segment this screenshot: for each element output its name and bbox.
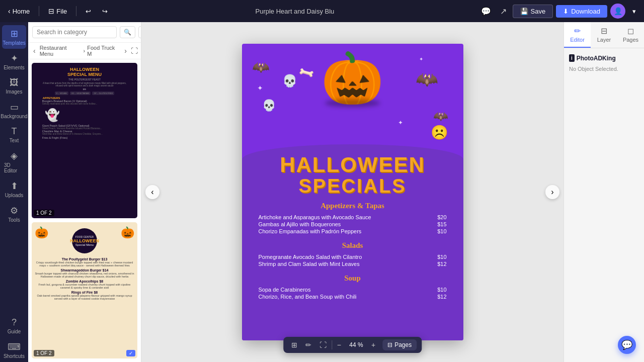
guide-icon: ?	[12, 317, 17, 328]
screen-button[interactable]: ⛶	[316, 339, 330, 350]
pages-button[interactable]: ⊟ Pages	[382, 339, 417, 350]
save-button[interactable]: 💾 Save	[513, 5, 553, 18]
chat-fab-button[interactable]: 💬	[618, 336, 636, 354]
sidebar-label-guide: Guide	[8, 329, 21, 334]
zoom-in-button[interactable]: +	[368, 339, 378, 350]
ghost-face-icon: ☹️	[431, 124, 448, 141]
template-card-1[interactable]: HALLOWEEN SPECIAL MENU THE POLTERGEIST F…	[31, 62, 138, 219]
home-label: Home	[13, 8, 30, 15]
panel-search-area: 🔍 ☰	[28, 22, 141, 43]
chevron-down-icon: ▾	[632, 8, 636, 15]
sidebar-label-text: Text	[10, 138, 19, 143]
sidebar-label-uploads: Uploads	[5, 193, 24, 198]
tab-pages[interactable]: ◻ Pages	[617, 22, 644, 48]
template-selected-badge: ✓	[126, 350, 135, 356]
sidebar-label-elements: Elements	[4, 65, 25, 70]
item-price: $12	[437, 294, 446, 300]
comment-button[interactable]: 💬	[478, 5, 494, 18]
salads-items: Pomegranate Avocado Salad with Cilantro …	[259, 253, 447, 268]
search-button[interactable]: 🔍	[120, 26, 135, 38]
pages-tab-icon: ◻	[619, 26, 642, 36]
sidebar-item-3d-editor[interactable]: ◈ 3D Editor	[2, 147, 26, 176]
sidebar-item-text[interactable]: T Text	[2, 123, 26, 146]
bat-right-icon: 🦇	[416, 69, 438, 90]
sidebar-item-background[interactable]: ▭ Background	[2, 99, 26, 122]
canvas-next-button[interactable]: ›	[545, 185, 559, 199]
breadcrumb: Restaurant Menu › Food Truck M	[40, 45, 121, 57]
bone-icon: 🦴	[297, 64, 315, 82]
section-title-salads: Salads	[342, 241, 363, 250]
file-button[interactable]: ⊟ File	[44, 5, 71, 17]
search-input[interactable]	[32, 26, 117, 38]
text-icon: T	[12, 126, 17, 137]
template-page-label-2: 1 OF 2	[34, 350, 54, 356]
canvas-document[interactable]: 🦇 🦴 💀 ✦ ✦ ✦ ✦ ✦ 🎃 🦇 🦇 💀 ☹️ HALLOWEE	[242, 44, 463, 340]
skull-icon: 💀	[282, 74, 297, 88]
tab-editor[interactable]: ✏ Editor	[564, 22, 591, 48]
grid-view-button[interactable]: ⊞	[288, 339, 300, 350]
home-button[interactable]: ‹ Home	[4, 5, 34, 17]
no-object-text: No Object Selected.	[569, 66, 639, 72]
pages-icon: ⊟	[387, 341, 392, 348]
sidebar-item-guide[interactable]: ? Guide	[2, 314, 26, 337]
top-bar-right: 💬 ↗ 💾 Save ⬇ Download 👤 ▾	[478, 4, 640, 19]
menu-row: Chorizo, Rice, and Bean Soup with Chili …	[259, 294, 447, 300]
edit-tool-button[interactable]: ✏	[302, 339, 314, 350]
template-card-2[interactable]: 🎃 FOOD CENTER HALLOWEEN Special Menu 🎃 T…	[31, 222, 138, 359]
left-sidebar: ⊞ Templates ✦ Elements 🖼 Images ▭ Backgr…	[0, 22, 28, 362]
sidebar-label-shortcuts: Shortcuts	[4, 353, 25, 359]
item-price: $10	[437, 254, 446, 260]
templates-panel: 🔍 ☰ ‹ Restaurant Menu › Food Truck M › ⛶…	[28, 22, 141, 362]
breadcrumb-item-1[interactable]: Restaurant Menu	[40, 45, 82, 57]
sidebar-item-images[interactable]: 🖼 Images	[2, 74, 26, 98]
sidebar-item-templates[interactable]: ⊞ Templates	[2, 25, 26, 49]
sparkle-1: ✦	[257, 84, 263, 92]
editor-tab-icon: ✏	[566, 26, 589, 36]
brand-logo: i PhotoADKing	[569, 54, 639, 62]
item-name: Artichoke and Asparagus with Avocado Sau…	[259, 214, 434, 220]
doc-content: HALLOWEEN SPECIALS Appetizers & Tapas Ar…	[242, 144, 463, 340]
canvas-prev-button[interactable]: ‹	[145, 185, 159, 199]
redo-button[interactable]: ↪	[98, 6, 112, 17]
sidebar-label-tools: Tools	[8, 217, 20, 223]
item-price: $10	[437, 287, 446, 293]
more-options-button[interactable]: ▾	[628, 6, 640, 17]
nav-forward-button[interactable]: ›	[122, 46, 129, 56]
template-page-label-1: 1 OF 2	[34, 210, 54, 216]
decoration-area: 🦇 🦴 💀 ✦ ✦ ✦ ✦ ✦ 🎃 🦇 🦇 💀 ☹️	[242, 44, 463, 159]
item-name: Pomegranate Avocado Salad with Cilantro	[259, 254, 434, 260]
nav-back-button[interactable]: ‹	[31, 46, 38, 56]
expand-panel-button[interactable]: ⛶	[131, 47, 138, 55]
user-avatar[interactable]: 👤	[610, 4, 625, 19]
zoom-value: 44 %	[346, 340, 366, 349]
shortcuts-icon: ⌨	[8, 341, 21, 352]
share-button[interactable]: ↗	[497, 5, 510, 18]
tab-layer[interactable]: ⊟ Layer	[591, 22, 617, 48]
download-button[interactable]: ⬇ Download	[556, 5, 607, 18]
main-layout: ⊞ Templates ✦ Elements 🖼 Images ▭ Backgr…	[0, 22, 644, 362]
sparkle-3: ✦	[398, 119, 403, 126]
sidebar-item-tools[interactable]: ⚙ Tools	[2, 202, 26, 226]
sidebar-item-shortcuts[interactable]: ⌨ Shortcuts	[2, 338, 26, 362]
item-name: Chorizo, Rice, and Bean Soup with Chili	[259, 294, 434, 300]
soup-items: Sopa de Carabineros $10 Chorizo, Rice, a…	[259, 286, 447, 301]
sidebar-item-uploads[interactable]: ⬆ Uploads	[2, 177, 26, 201]
pumpkin-icon: 🎃	[321, 53, 384, 103]
item-price: $10	[437, 228, 446, 234]
canvas-area: ‹ › 🦇 🦴 💀 ✦ ✦ ✦ ✦ ✦ 🎃 🦇 🦇 💀	[141, 22, 564, 362]
templates-icon: ⊞	[11, 28, 18, 39]
file-icon: ⊟	[48, 7, 54, 15]
menu-row: Gambas al Ajillo with Boquerones $15	[259, 221, 447, 227]
toolbar-divider	[332, 340, 332, 349]
bat-left-icon: 🦇	[252, 59, 270, 75]
menu-row: Pomegranate Avocado Salad with Cilantro …	[259, 254, 447, 260]
3d-editor-icon: ◈	[11, 150, 18, 161]
tools-icon: ⚙	[10, 205, 18, 216]
elements-icon: ✦	[11, 53, 18, 64]
panel-navigation: ‹ Restaurant Menu › Food Truck M › ⛶	[28, 43, 141, 59]
zoom-out-button[interactable]: −	[334, 339, 344, 350]
undo-button[interactable]: ↩	[82, 6, 95, 17]
sidebar-label-images: Images	[6, 89, 23, 95]
breadcrumb-item-2[interactable]: Food Truck M	[87, 45, 120, 57]
sidebar-item-elements[interactable]: ✦ Elements	[2, 50, 26, 73]
